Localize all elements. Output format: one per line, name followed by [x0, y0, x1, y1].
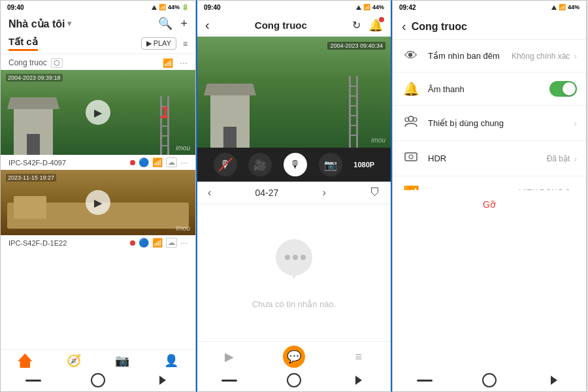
- hdr-label: HDR: [428, 154, 547, 163]
- shared-device-label: Thiết bị dùng chung: [428, 118, 574, 128]
- settings-list: 👁 Tầm nhìn ban đêm Không chính xác › 🔔 Â…: [393, 40, 586, 190]
- back-button-2[interactable]: ‹: [205, 18, 210, 33]
- bottom-nav-1: 🧭 📷 👤: [1, 349, 195, 369]
- header-title-2: Cong truoc: [255, 20, 307, 31]
- filter-icon[interactable]: ⛉: [370, 187, 380, 199]
- phone-1: 09:40 📶 44% 🔋 Nhà của tôi ▾ 🔍 + Tất cả ▶…: [0, 0, 196, 392]
- share-icon-1[interactable]: ⬡: [51, 58, 63, 68]
- night-vision-icon: 👁: [402, 48, 420, 63]
- quality-button[interactable]: 1080P: [353, 161, 374, 169]
- wifi-icon-3: 📶: [152, 238, 163, 248]
- nav2-play[interactable]: ▶: [216, 347, 242, 367]
- more-icon-3[interactable]: ···: [180, 238, 188, 248]
- play-circle-1[interactable]: ▶: [86, 100, 110, 125]
- imou-live: imou: [371, 137, 385, 144]
- nav-home[interactable]: [18, 353, 32, 368]
- tab-all[interactable]: Tất cả: [8, 36, 38, 51]
- tab-right: ▶ PLAY ≡: [141, 37, 188, 50]
- header-icons-1: 🔍 +: [158, 16, 188, 31]
- settings-item-night-vision[interactable]: 👁 Tầm nhìn ban đêm Không chính xác ›: [393, 40, 586, 73]
- camera-thumb-2[interactable]: ▶ 2023-11-15 19:27 imou: [1, 170, 195, 235]
- group-header-1: Cong truoc ⬡ 📶 ···: [1, 54, 195, 70]
- system-bar-3: [393, 369, 586, 391]
- discover-icon: 🧭: [67, 353, 81, 368]
- mute-button[interactable]: 🎙: [214, 153, 237, 176]
- nav2-chat[interactable]: 💬: [281, 347, 307, 367]
- status-icon-3: 🔵: [139, 238, 149, 248]
- notification-bell[interactable]: 🔔: [368, 18, 383, 33]
- play-button[interactable]: ▶ PLAY: [141, 37, 176, 50]
- back-btn-1[interactable]: [155, 372, 171, 388]
- camera-thumb-1[interactable]: ▶ 1 2004-2023 09:39:18 imou: [1, 70, 195, 155]
- empty-chat-icon: [271, 237, 317, 291]
- status-dot-red-3: [130, 240, 135, 246]
- svg-rect-7: [405, 153, 417, 161]
- home-btn-2[interactable]: [286, 372, 302, 388]
- play-circle-2[interactable]: ▶: [86, 190, 110, 215]
- list-icon-2: ≡: [355, 350, 362, 364]
- sound-toggle[interactable]: [549, 81, 577, 97]
- settings-item-sound[interactable]: 🔔 Âm thanh: [393, 73, 586, 106]
- notification-dot: [379, 17, 384, 22]
- back-btn-2[interactable]: [351, 372, 367, 388]
- cam-label-2: IPC-S42F-D-4097 🔵 📶 ☁ ···: [1, 155, 195, 170]
- sound-label: Âm thanh: [428, 84, 549, 94]
- next-date-btn[interactable]: ›: [322, 187, 325, 199]
- status-icons-3: 📶 44%: [551, 4, 580, 10]
- bottom-nav-2: ▶ 💬 ≡: [197, 341, 391, 369]
- thumb-date-1: 2004-2023 09:39:18: [6, 74, 63, 82]
- settings-item-hdr[interactable]: HDR Đã bật ›: [393, 141, 586, 176]
- more-icon-1[interactable]: ···: [180, 57, 188, 68]
- header-3: ‹ Cong truoc: [393, 14, 586, 40]
- toggle-knob: [563, 82, 576, 95]
- recent-btn-2[interactable]: [221, 372, 237, 388]
- more-icon-2[interactable]: ···: [180, 157, 188, 167]
- back-btn-3[interactable]: [546, 372, 562, 388]
- search-icon[interactable]: 🔍: [158, 16, 172, 31]
- hdr-arrow: ›: [574, 154, 577, 164]
- back-button-3[interactable]: ‹: [402, 19, 406, 34]
- settings-item-shared-device[interactable]: Thiết bị dùng chung ›: [393, 106, 586, 141]
- empty-state: Chưa có tin nhắn nào.: [197, 204, 391, 341]
- time-2: 09:40: [204, 4, 221, 11]
- shared-device-icon: [402, 114, 420, 132]
- home-title[interactable]: Nhà của tôi ▾: [8, 18, 71, 30]
- cam-name-3: IPC-S42F-D-1E22: [8, 239, 67, 247]
- recent-btn-3[interactable]: [417, 372, 433, 388]
- play-icon-2: ▶: [225, 350, 234, 364]
- photo-button[interactable]: 📷: [319, 153, 342, 176]
- disconnect-button[interactable]: Gỡ: [393, 190, 586, 219]
- recent-btn-1[interactable]: [25, 372, 41, 388]
- system-bar-2: [197, 369, 391, 391]
- wlan-icon: 📶: [402, 185, 420, 190]
- header-1: Nhà của tôi ▾ 🔍 +: [1, 14, 195, 33]
- home-btn-3[interactable]: [482, 372, 497, 388]
- prev-date-btn[interactable]: ‹: [208, 187, 211, 199]
- list-icon[interactable]: ≡: [183, 39, 188, 48]
- live-date: 2004-2023 09:40:34: [327, 42, 385, 50]
- home-btn-1[interactable]: [90, 372, 106, 388]
- live-camera[interactable]: 2004-2023 09:40:34 imou: [197, 37, 391, 148]
- time-1: 09:40: [7, 4, 24, 11]
- hdr-value: Đã bật: [547, 154, 570, 163]
- status-bar-2: 09:40 📶 44%: [197, 1, 391, 14]
- cam-name-2: IPC-S42F-D-4097: [8, 159, 66, 167]
- wifi-icon-2: 📶: [152, 157, 163, 167]
- profile-icon: 👤: [164, 353, 178, 368]
- refresh-icon[interactable]: ↻: [352, 19, 361, 31]
- nav-discover[interactable]: 🧭: [67, 353, 81, 368]
- night-vision-arrow: ›: [574, 51, 577, 61]
- svg-point-2: [293, 255, 298, 260]
- camera-group-1: Cong truoc ⬡ 📶 ···: [1, 54, 195, 155]
- nav-profile[interactable]: 👤: [164, 353, 178, 368]
- imou-mark-1: imou: [176, 144, 190, 152]
- mic-button[interactable]: 🎙: [284, 153, 307, 176]
- add-icon[interactable]: +: [180, 17, 188, 31]
- settings-item-wlan[interactable]: 📶 WLAN VIEN DONG 2 ›: [393, 176, 586, 190]
- nav-camera[interactable]: 📷: [115, 353, 129, 368]
- nav2-list[interactable]: ≡: [346, 347, 372, 367]
- video-button[interactable]: 🎥: [248, 153, 272, 176]
- status-icons-2: 📶 44%: [356, 4, 384, 10]
- cam-label-3: IPC-S42F-D-1E22 🔵 📶 ☁ ···: [1, 235, 195, 250]
- settings-title: Cong truoc: [412, 21, 467, 33]
